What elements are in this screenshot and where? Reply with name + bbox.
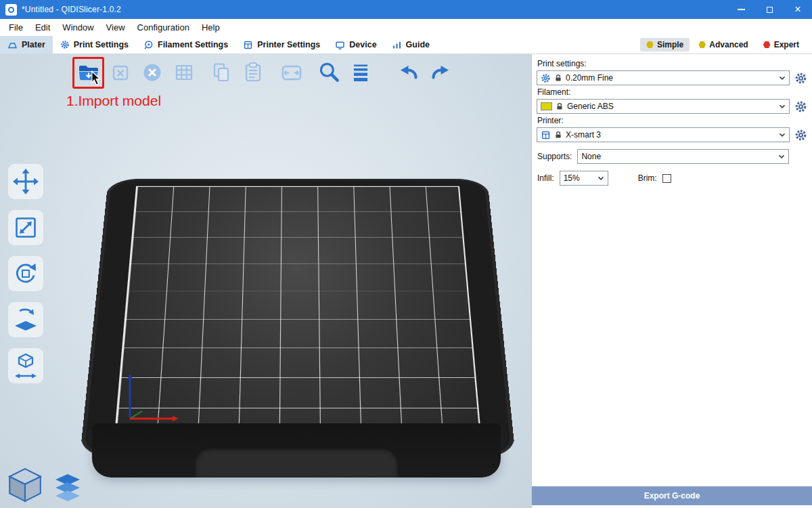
tab-print-settings[interactable]: Print Settings (53, 36, 136, 54)
guide-chart-icon (392, 40, 402, 50)
viewport-3d[interactable]: 1.Import model (0, 54, 531, 508)
window-controls: × (727, 0, 812, 19)
lock-icon (554, 131, 562, 139)
tab-plater[interactable]: Plater (0, 36, 53, 54)
printer-value: X-smart 3 (566, 130, 775, 140)
printer-gear-button[interactable] (794, 129, 807, 142)
print-settings-value: 0.20mm Fine (566, 73, 775, 83)
chevron-down-icon (778, 74, 786, 82)
filament-gear-button[interactable] (794, 100, 807, 113)
delete-all-icon (140, 60, 164, 85)
mode-advanced[interactable]: Advanced (692, 38, 754, 51)
chevron-down-icon (777, 152, 786, 161)
menu-item-edit[interactable]: Edit (29, 22, 56, 33)
infill-label: Infill: (537, 173, 554, 183)
copy-button[interactable] (208, 60, 234, 85)
scale-icon (11, 213, 41, 242)
measure-button[interactable] (8, 348, 43, 383)
titlebar: *Untitled - QIDISlicer-1.0.2 × (0, 0, 812, 19)
maximize-button[interactable] (755, 0, 784, 19)
gear-icon (60, 40, 70, 49)
mode-switch: Simple Advanced Expert (640, 36, 812, 54)
move-arrows-icon (11, 167, 41, 196)
arrange-button[interactable] (171, 60, 197, 85)
measure-icon (11, 351, 41, 381)
split-button[interactable] (279, 60, 304, 85)
place-on-face-icon (11, 305, 41, 335)
menu-item-configuration[interactable]: Configuration (131, 22, 196, 33)
infill-combo[interactable]: 15% (560, 171, 608, 186)
print-settings-gear-button[interactable] (794, 72, 807, 85)
supports-combo[interactable]: None (577, 149, 789, 164)
advanced-mode-icon (698, 41, 706, 49)
move-button[interactable] (8, 164, 43, 199)
qidislicer-window: *Untitled - QIDISlicer-1.0.2 × File Edit… (0, 0, 812, 508)
filament-value: Generic ABS (567, 102, 775, 111)
rotate-icon (11, 259, 41, 289)
lock-icon (554, 74, 562, 82)
menu-item-help[interactable]: Help (196, 22, 226, 33)
plater-icon (7, 40, 18, 50)
app-logo-icon (5, 4, 17, 16)
split-arrows-icon (279, 60, 304, 85)
filament-icon (143, 40, 154, 50)
lock-icon (556, 102, 564, 110)
origin-axes (120, 371, 188, 428)
printer-label: Printer: (537, 116, 807, 125)
settings-sidebar: Print settings: 0.20mm Fine Filament: Ge… (531, 54, 812, 508)
search-icon (316, 60, 342, 85)
print-settings-combo[interactable]: 0.20mm Fine (537, 70, 790, 85)
copy-icon (209, 60, 233, 85)
minimize-button[interactable] (727, 0, 755, 19)
menu-item-window[interactable]: Window (56, 22, 99, 33)
printer-combo[interactable]: X-smart 3 (537, 127, 790, 142)
export-gcode-button[interactable]: Export G-code (532, 486, 812, 505)
gizmo-toolbar (8, 164, 43, 383)
tabbar: Plater Print Settings Filament Settings … (0, 36, 812, 54)
undo-icon (397, 60, 421, 85)
menubar: File Edit Window View Configuration Help (0, 19, 812, 36)
layers-view-button[interactable] (51, 471, 84, 504)
redo-button[interactable] (428, 60, 453, 85)
brim-checkbox[interactable] (662, 174, 671, 183)
printer-icon (541, 130, 551, 140)
mode-simple[interactable]: Simple (640, 38, 690, 51)
arrange-grid-icon (172, 60, 196, 85)
close-button[interactable]: × (784, 0, 812, 19)
scale-button[interactable] (8, 210, 43, 245)
mouse-cursor-icon (91, 70, 103, 87)
filament-combo[interactable]: Generic ABS (537, 99, 790, 114)
layer-height-icon (348, 60, 373, 85)
3d-view-button[interactable] (5, 466, 45, 504)
supports-label: Supports: (537, 152, 572, 161)
redo-icon (428, 60, 453, 85)
mode-expert[interactable]: Expert (757, 38, 805, 51)
infill-value: 15% (564, 173, 593, 183)
view-controls (5, 466, 84, 504)
rotate-button[interactable] (8, 256, 43, 291)
print-bed-handle-notch (195, 446, 398, 478)
place-on-face-button[interactable] (8, 302, 43, 337)
undo-button[interactable] (396, 60, 422, 85)
menu-item-file[interactable]: File (3, 22, 29, 33)
object-toolbar (76, 60, 453, 85)
brim-label: Brim: (638, 173, 657, 183)
tab-guide[interactable]: Guide (384, 36, 437, 54)
print-bed-front-face (92, 423, 501, 478)
gear-icon (541, 73, 551, 83)
chevron-down-icon (778, 131, 786, 139)
tab-printer-settings[interactable]: Printer Settings (235, 36, 328, 54)
tab-filament-settings[interactable]: Filament Settings (136, 36, 235, 54)
printer-icon (243, 40, 253, 50)
tab-device[interactable]: Device (328, 36, 384, 54)
delete-all-button[interactable] (139, 60, 165, 85)
simple-mode-icon (646, 41, 654, 49)
paste-icon (241, 60, 265, 85)
variable-layer-height-button[interactable] (348, 60, 374, 85)
menu-item-view[interactable]: View (100, 22, 131, 33)
paste-button[interactable] (240, 60, 266, 85)
search-button[interactable] (316, 60, 342, 85)
layers-stack-icon (51, 471, 84, 504)
delete-button[interactable] (108, 60, 133, 85)
filament-label: Filament: (537, 87, 807, 97)
